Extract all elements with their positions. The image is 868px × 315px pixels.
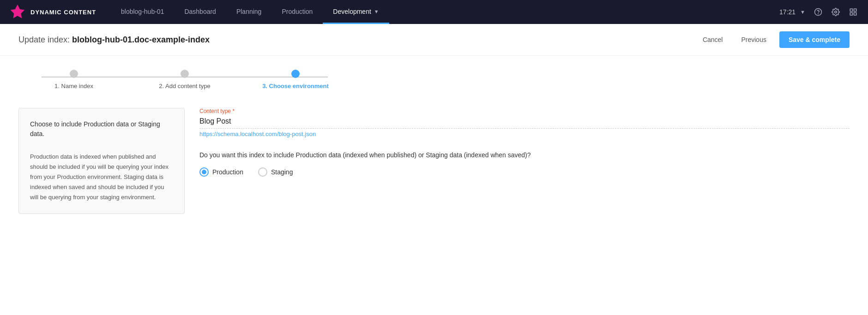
nav-dashboard[interactable]: Dashboard: [174, 0, 226, 24]
nav-dropdown-arrow[interactable]: ▼: [374, 9, 379, 14]
radio-production-circle[interactable]: [199, 167, 209, 177]
svg-rect-7: [854, 13, 856, 15]
svg-rect-6: [850, 13, 852, 15]
step-1-label: 1. Name index: [54, 83, 93, 89]
header-actions: Cancel Previous Save & complete: [697, 31, 850, 48]
svg-rect-4: [850, 9, 852, 11]
logo-area: DYNAMIC CONTENT: [0, 4, 111, 20]
step-3-dot: [291, 70, 300, 78]
step-1-dot: [70, 70, 78, 78]
nav-hub-name[interactable]: bloblog-hub-01: [111, 0, 174, 24]
settings-icon: [832, 8, 840, 16]
left-panel-detail: Production data is indexed when publishe…: [30, 152, 173, 202]
environment-radio-group: Do you want this index to include Produc…: [199, 150, 850, 177]
nav-production[interactable]: Production: [271, 0, 323, 24]
help-icon-btn[interactable]: [811, 5, 826, 19]
help-icon: [814, 8, 822, 16]
previous-button[interactable]: Previous: [735, 32, 772, 47]
page-title: Update index: bloblog-hub-01.doc-example…: [18, 35, 210, 45]
step-2-dot: [181, 70, 189, 78]
radio-staging-circle[interactable]: [258, 167, 267, 177]
step-1: 1. Name index: [18, 70, 129, 89]
step-3-label: 3. Choose environment: [262, 83, 329, 89]
nav-time-dropdown-icon[interactable]: ▼: [800, 9, 805, 15]
radio-staging[interactable]: Staging: [258, 167, 293, 177]
nav-planning[interactable]: Planning: [226, 0, 272, 24]
stepper-wrapper: 1. Name index 2. Add content type 3. Cho…: [0, 56, 868, 99]
svg-marker-0: [11, 5, 25, 18]
logo-icon: [9, 4, 26, 20]
main-content: Choose to include Production data or Sta…: [0, 99, 868, 223]
radio-production-label: Production: [212, 168, 243, 176]
right-panel: Content type * Blog Post https://schema.…: [196, 108, 850, 214]
left-panel: Choose to include Production data or Sta…: [18, 108, 185, 214]
top-nav: DYNAMIC CONTENT bloblog-hub-01 Dashboard…: [0, 0, 868, 24]
step-2-label: 2. Add content type: [159, 83, 210, 89]
content-type-field: Content type * Blog Post https://schema.…: [199, 108, 850, 137]
grid-icon: [849, 8, 857, 16]
grid-icon-btn[interactable]: [846, 5, 861, 19]
svg-rect-5: [854, 9, 856, 11]
svg-point-3: [835, 11, 837, 13]
content-type-url: https://schema.localhost.com/blog-post.j…: [199, 131, 850, 137]
nav-development[interactable]: Development ▼: [323, 0, 389, 24]
radio-production[interactable]: Production: [199, 167, 243, 177]
content-type-value: Blog Post: [199, 117, 850, 129]
cancel-button[interactable]: Cancel: [697, 32, 729, 47]
settings-icon-btn[interactable]: [828, 5, 843, 19]
radio-group-label: Do you want this index to include Produc…: [199, 150, 850, 160]
svg-point-2: [818, 13, 819, 14]
radio-options: Production Staging: [199, 167, 850, 177]
content-type-label: Content type *: [199, 108, 850, 114]
logo-text: DYNAMIC CONTENT: [30, 9, 96, 16]
save-complete-button[interactable]: Save & complete: [779, 31, 850, 48]
radio-staging-label: Staging: [271, 168, 293, 176]
left-panel-intro: Choose to include Production data or Sta…: [30, 119, 173, 139]
step-2: 2. Add content type: [129, 70, 240, 89]
nav-right: 17:21 ▼: [779, 5, 868, 19]
step-3: 3. Choose environment: [240, 70, 351, 89]
stepper: 1. Name index 2. Add content type 3. Cho…: [18, 70, 351, 89]
nav-time: 17:21: [779, 8, 796, 16]
page-header: Update index: bloblog-hub-01.doc-example…: [0, 24, 868, 56]
